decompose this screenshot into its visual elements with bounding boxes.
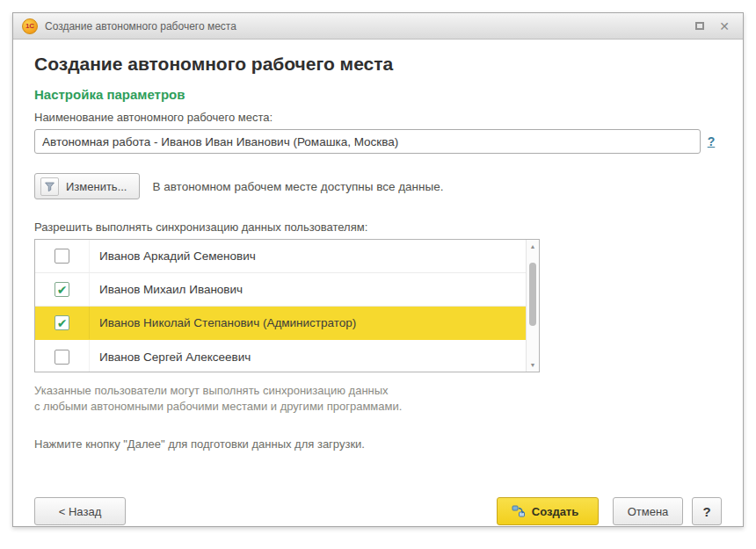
user-checkbox-cell: [35, 240, 90, 272]
name-field-label: Наименование автономного рабочего места:: [34, 111, 722, 124]
user-row[interactable]: ✔Иванов Николай Степанович (Администрато…: [35, 307, 526, 340]
dialog-window: 1С Создание автономного рабочего места ✕…: [12, 12, 744, 527]
section-heading: Настройка параметров: [34, 87, 722, 102]
create-button-label: Создать: [532, 505, 578, 518]
scroll-up-icon[interactable]: ▲: [527, 241, 539, 252]
window-title: Создание автономного рабочего места: [45, 20, 685, 33]
close-button[interactable]: ✕: [715, 18, 734, 35]
data-scope-note: В автономном рабочем месте доступны все …: [152, 180, 443, 193]
sync-note-line2: с любыми автономными рабочими местами и …: [34, 399, 722, 415]
user-checkbox-cell: ✔: [35, 307, 90, 339]
user-row[interactable]: Иванов Аркадий Семенович: [35, 240, 526, 273]
back-button[interactable]: < Назад: [34, 497, 126, 525]
scroll-thumb[interactable]: [529, 263, 536, 326]
sync-note-line1: Указанные пользователи могут выполнять с…: [34, 383, 722, 399]
users-list-label: Разрешить выполнять синхронизацию данных…: [34, 220, 722, 234]
next-step-instruction: Нажмите кнопку "Далее" для подготовки да…: [34, 437, 722, 451]
workplace-name-input[interactable]: [34, 129, 701, 154]
user-name: Иванов Аркадий Семенович: [99, 249, 256, 263]
users-list-rows: Иванов Аркадий Семенович✔Иванов Михаил И…: [35, 240, 526, 372]
user-checkbox-cell: [35, 340, 90, 372]
user-checkbox[interactable]: ✔: [55, 315, 69, 330]
user-checkbox-cell: ✔: [35, 273, 90, 306]
create-button[interactable]: Создать: [497, 497, 599, 525]
user-name: Иванов Николай Степанович (Администратор…: [99, 316, 356, 329]
list-scrollbar[interactable]: ▲ ▼: [526, 240, 539, 372]
footer-buttons: < Назад Создать Отмена ?: [13, 496, 743, 526]
app-logo-icon: 1С: [22, 18, 38, 34]
page-title: Создание автономного рабочего места: [34, 54, 722, 75]
change-data-button[interactable]: Изменить...: [34, 173, 140, 199]
maximize-icon: [695, 22, 704, 30]
user-row[interactable]: ✔Иванов Михаил Иванович: [35, 273, 526, 307]
dialog-content: Создание автономного рабочего места Наст…: [13, 40, 743, 484]
user-row[interactable]: Иванов Сергей Алексеевич: [35, 340, 526, 372]
help-button[interactable]: ?: [692, 497, 722, 525]
title-bar: 1С Создание автономного рабочего места ✕: [13, 13, 743, 40]
user-checkbox[interactable]: [55, 249, 69, 264]
create-workplace-icon: [512, 504, 526, 518]
users-list: Иванов Аркадий Семенович✔Иванов Михаил И…: [34, 239, 540, 372]
change-data-button-label: Изменить...: [66, 180, 127, 193]
maximize-button[interactable]: [690, 18, 709, 35]
user-checkbox[interactable]: ✔: [55, 282, 69, 297]
user-name: Иванов Михаил Иванович: [99, 283, 243, 296]
filter-icon: [40, 177, 59, 196]
user-name: Иванов Сергей Алексеевич: [99, 350, 251, 364]
close-icon: ✕: [719, 20, 730, 33]
user-checkbox[interactable]: [55, 350, 69, 365]
cancel-button[interactable]: Отмена: [613, 497, 683, 525]
field-help-link[interactable]: ?: [701, 134, 722, 148]
sync-permission-note: Указанные пользователи могут выполнять с…: [34, 383, 722, 415]
scroll-down-icon[interactable]: ▼: [527, 359, 539, 371]
